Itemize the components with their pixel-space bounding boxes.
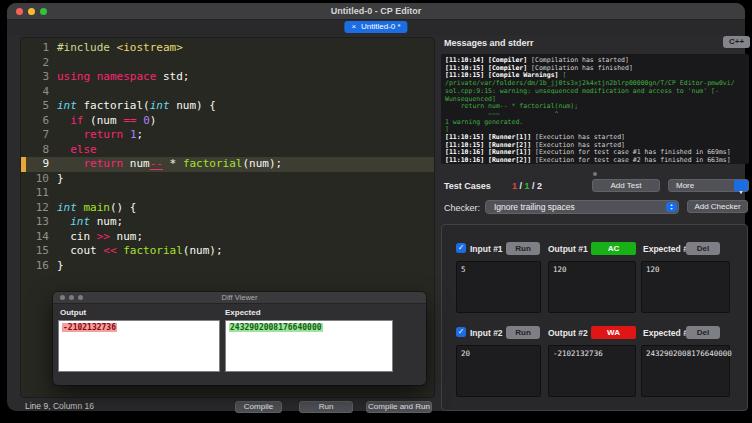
line-number: 13 — [21, 215, 57, 230]
code-line[interactable]: 4 — [21, 85, 434, 100]
testcases-container: ✓ Input #1 Run Output #1 AC Expected #1 … — [441, 224, 748, 411]
line-number: 5 — [21, 99, 57, 114]
run-testcase-2-button[interactable]: Run — [506, 326, 540, 339]
log-line: sol.cpp:9:15: warning: unsequenced modif… — [445, 88, 745, 103]
line-number: 16 — [21, 259, 57, 274]
language-button[interactable]: C++ — [723, 36, 750, 48]
tab-untitled-0[interactable]: ×Untitled-0 * — [344, 21, 407, 33]
code-line[interactable]: 1#include <iostream> — [21, 41, 434, 56]
total-count: 2 — [537, 181, 542, 191]
diff-output-pane: -2102132736 — [58, 320, 220, 372]
expected-1-textarea[interactable]: 120 — [641, 261, 730, 313]
code-line[interactable]: 12int main() { — [21, 201, 434, 216]
input-2-textarea[interactable]: 20 — [456, 345, 541, 397]
add-checker-button[interactable]: Add Checker — [687, 200, 748, 213]
chevron-down-icon: ▼ — [734, 180, 748, 191]
code-line[interactable]: 5int factorial(int num) { — [21, 99, 434, 114]
code-line[interactable]: 2 — [21, 56, 434, 71]
diff-output-label: Output — [60, 308, 86, 317]
diff-viewer-window: Diff Viewer Output Expected -2102132736 … — [53, 292, 426, 385]
active-line-marker-icon — [21, 157, 26, 172]
line-number: 1 — [21, 41, 57, 56]
more-dropdown[interactable]: More ▼ — [668, 179, 749, 192]
checker-label: Checker: — [444, 203, 480, 213]
compile-button[interactable]: Compile — [235, 401, 282, 413]
output-2-label: Output #2 — [548, 328, 588, 338]
line-number: 4 — [21, 85, 57, 100]
line-number: 2 — [21, 56, 57, 71]
line-number: 6 — [21, 114, 57, 129]
code-line[interactable]: 15 cout << factorial(num); — [21, 244, 434, 259]
code-line[interactable]: 16} — [21, 259, 434, 274]
output-1-label: Output #1 — [548, 244, 588, 254]
code-line[interactable]: 14 cin >> num; — [21, 230, 434, 245]
output-2-textarea[interactable]: -2102132736 — [548, 345, 636, 397]
input-1-textarea[interactable]: 5 — [456, 261, 541, 313]
output-1-textarea[interactable]: 120 — [548, 261, 636, 313]
code-line[interactable]: 11 — [21, 186, 434, 201]
delete-testcase-1-button[interactable]: Del — [686, 242, 720, 255]
diff-expected-value: 2432902008176640000 — [229, 323, 323, 332]
line-number: 7 — [21, 128, 57, 143]
window-title: Untitled-0 - CP Editor — [7, 3, 745, 19]
compile-and-run-button[interactable]: Compile and Run — [366, 401, 432, 413]
verdict-badge-1: AC — [591, 242, 636, 255]
diff-expected-pane: 2432902008176640000 — [225, 320, 393, 372]
code-line[interactable]: 7 return 1; — [21, 128, 434, 143]
log-line: [11:10:16] [Runner[2]] [Execution for te… — [445, 157, 745, 164]
testcases-title: Test Cases — [444, 181, 491, 191]
testcase-counts: 1 / 1 / 2 — [512, 181, 542, 191]
code-line[interactable]: 3using namespace std; — [21, 70, 434, 85]
delete-testcase-2-button[interactable]: Del — [686, 326, 720, 339]
code-line[interactable]: 13 int num; — [21, 215, 434, 230]
diff-viewer-titlebar: Diff Viewer — [53, 292, 426, 304]
code-line[interactable]: 6 if (num == 0) — [21, 114, 434, 129]
expected-2-textarea[interactable]: 2432902008176640000 — [641, 345, 730, 397]
cursor-position: Line 9, Column 16 — [25, 401, 94, 411]
line-number: 11 — [21, 186, 57, 201]
input-1-label: Input #1 — [470, 244, 503, 254]
run-testcase-1-button[interactable]: Run — [506, 242, 540, 255]
line-number: 3 — [21, 70, 57, 85]
tab-close-icon[interactable]: × — [351, 22, 356, 31]
line-number: 14 — [21, 230, 57, 245]
line-number: 15 — [21, 244, 57, 259]
line-number: 12 — [21, 201, 57, 216]
splitter-handle[interactable] — [593, 172, 597, 176]
code-line[interactable]: 10} — [21, 172, 434, 187]
testcase-2-checkbox[interactable]: ✓ — [456, 327, 466, 337]
code-line[interactable]: 9 return num-- * factorial(num); — [21, 157, 434, 172]
add-test-button[interactable]: Add Test — [592, 179, 660, 192]
diff-expected-label: Expected — [225, 308, 261, 317]
more-dropdown-label: More — [676, 180, 694, 191]
stepper-icon: ▲▼ — [666, 202, 677, 212]
verdict-badge-2: WA — [591, 326, 636, 339]
tab-bar: ×Untitled-0 * — [7, 20, 745, 35]
diff-viewer-title: Diff Viewer — [53, 292, 426, 303]
checker-dropdown[interactable]: Ignore trailing spaces ▲▼ — [485, 200, 679, 214]
message-console: [11:10:14] [Compiler] [Compilation has s… — [441, 54, 749, 164]
line-number: 10 — [21, 172, 57, 187]
line-number: 8 — [21, 143, 57, 158]
tab-label: Untitled-0 * — [361, 22, 401, 31]
code-line[interactable]: 8 else — [21, 143, 434, 158]
log-line: 1 warning generated. — [445, 119, 745, 127]
line-number: 9 — [21, 157, 57, 172]
testcase-1-checkbox[interactable]: ✓ — [456, 243, 466, 253]
checker-selected-value: Ignore trailing spaces — [494, 201, 575, 213]
messages-panel-title: Messages and stderr — [444, 38, 534, 48]
input-2-label: Input #2 — [470, 328, 503, 338]
diff-output-value: -2102132736 — [62, 323, 117, 332]
titlebar: Untitled-0 - CP Editor — [7, 3, 745, 20]
run-button[interactable]: Run — [299, 401, 353, 413]
